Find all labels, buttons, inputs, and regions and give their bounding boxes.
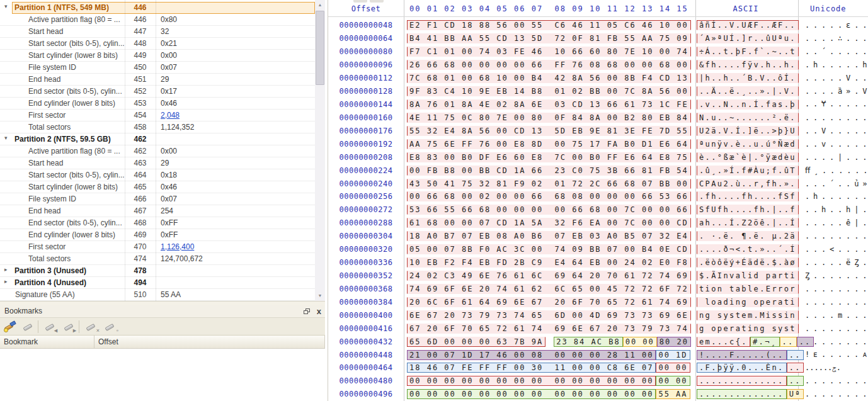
tree-row[interactable]: File system ID4500x07 — [0, 62, 315, 74]
unicode-cell[interactable]: ........ — [797, 232, 868, 240]
hex-bytes-segment[interactable]: 23 84 AC B8 — [554, 337, 622, 347]
unicode-cell[interactable]: ...<.... — [797, 245, 868, 254]
ascii-segment[interactable]: ..Ä..ë.¸..».|.V. — [697, 86, 799, 96]
unicode-cell[interactable]: .h.....h — [797, 60, 868, 69]
hex-bytes-segment[interactable]: 65 6D 00 00 00 63 7B 9A — [407, 337, 545, 347]
hex-bytes-segment[interactable]: 80 20 — [657, 337, 691, 347]
hex-bytes-segment[interactable]: 20 6C 6F 61 64 69 6E 67 20 6F 70 65 72 6… — [407, 297, 691, 307]
tree-row[interactable]: Active partition flag (80 = ...4460x80 — [0, 14, 315, 26]
tree-scrollbar[interactable]: ▲ ▼ — [315, 0, 325, 301]
ascii-segment[interactable]: CPAu2.ù..r,fh.». — [697, 179, 799, 189]
clear-bookmarks-icon[interactable]: × — [84, 320, 100, 334]
hex-bytes-segment[interactable]: 67 20 6F 70 65 72 61 74 69 6E 67 20 73 7… — [407, 324, 691, 334]
unicode-cell[interactable]: .h...... — [797, 192, 868, 201]
ascii-segment[interactable]: N.u..~......².ë. — [697, 113, 799, 123]
hex-bytes-segment[interactable]: 43 50 41 75 32 81 F9 02 01 72 2C 66 68 0… — [407, 179, 691, 189]
ascii-segment[interactable]: ªunÿv.è..u.ú°Ñæd — [697, 139, 799, 149]
hex-bytes-segment[interactable]: 05 00 07 8B F0 AC 3C 00 74 09 BB 07 00 B… — [407, 244, 691, 254]
tree-row[interactable]: Total sectors4581,124,352 — [0, 121, 315, 133]
ascii-segment[interactable]: !....F.....(.. — [697, 350, 787, 360]
unicode-cell[interactable]: ........ — [797, 390, 868, 398]
ascii-segment[interactable]: &fh....fÿv.h..h. — [697, 60, 799, 70]
hex-bytes-segment[interactable]: 10 EB F2 F4 EB FD 2B C9 E4 64 EB 00 24 0… — [407, 257, 691, 268]
hex-bytes-segment[interactable]: 61 68 00 00 07 CD 1A 5A 32 F6 EA 00 7C 0… — [407, 218, 691, 228]
hex-bytes-segment[interactable]: 21 00 07 1D 17 46 00 08 00 00 00 28 11 0… — [407, 350, 656, 360]
ascii-segment[interactable]: #.¬¸ — [750, 337, 780, 347]
unicode-cell[interactable]: .....V.. — [797, 74, 868, 82]
tree-row[interactable]: ▾Partition 1 (NTFS, 549 MB)446 — [0, 2, 315, 14]
hex-bytes-segment[interactable]: 18 A0 B7 07 EB 08 A0 B6 07 EB 03 A0 B5 0… — [407, 231, 691, 241]
sector-link[interactable]: 2,048 — [161, 111, 180, 120]
tree-row[interactable]: End head45129 — [0, 74, 315, 86]
ascii-segment[interactable]: .............. — [697, 389, 787, 399]
unicode-cell[interactable]: .....ëȤ. — [797, 258, 868, 267]
ascii-segment[interactable]: .û¸.»Í.f#Àu;f.ûT — [697, 166, 799, 176]
add-bookmark-icon[interactable] — [3, 320, 18, 334]
ascii-segment[interactable]: ng system.Missin — [697, 310, 799, 320]
next-bookmark-icon[interactable]: ► — [62, 320, 77, 334]
unicode-cell[interactable]: ....∴... — [797, 34, 868, 43]
ascii-segment[interactable]: U2ä.V.Í.]ë..>þ}U — [697, 126, 799, 136]
ascii-segment[interactable]: .F.þÿÿ.0...Èn. — [697, 363, 787, 373]
hex-bytes-segment[interactable]: 8A 76 01 8A 4E 02 8A 6E 03 CD 13 66 61 7… — [407, 99, 691, 110]
ascii-segment[interactable]: ah...Í.Z2öê.|..Í — [697, 218, 799, 228]
unicode-cell[interactable]: ........ — [797, 285, 868, 293]
tree-row[interactable]: ▸Partition 3 (Unused)478 — [0, 265, 315, 277]
unicode-cell[interactable]: ........ — [797, 337, 868, 346]
hex-bytes-segment[interactable]: E8 83 00 B0 DF E6 60 E8 7C 00 B0 FF E6 6… — [407, 152, 691, 162]
remove-bookmark-icon[interactable] — [21, 320, 37, 334]
unicode-cell[interactable]: ........ — [797, 113, 868, 122]
hex-bytes-segment[interactable]: 74 69 6F 6E 20 74 61 62 6C 65 00 45 72 7… — [407, 284, 691, 294]
hex-bytes-segment[interactable]: B4 41 BB AA 55 CD 13 5D 72 0F 81 FB 55 A… — [407, 33, 691, 43]
unicode-cell[interactable]: ...´..ủ» — [797, 179, 868, 188]
hex-bytes-segment[interactable]: 00 00 — [623, 337, 657, 347]
close-panel-icon[interactable]: x — [317, 305, 321, 317]
ascii-segment[interactable]: è..°ßæ`è|.°ÿædèu — [697, 152, 799, 162]
hex-bytes-segment[interactable]: 9F 83 C4 10 9E EB 14 B8 01 02 BB 00 7C 8… — [407, 86, 691, 96]
ascii-segment[interactable]: ....ð¬<.t.»..´.Í — [697, 244, 799, 254]
hex-bytes-segment[interactable]: 00 00 00 00 00 00 00 00 00 00 00 00 00 0… — [407, 376, 656, 386]
scroll-down-arrow[interactable]: ▼ — [315, 291, 325, 301]
unicode-cell[interactable]: ..V..... — [797, 127, 868, 135]
hex-bytes-segment[interactable]: 00 00 — [656, 376, 690, 386]
unicode-cell[interactable]: ..Ɏ..... — [797, 99, 868, 109]
tree-row[interactable]: End sector (bits 0-5), cylin...4680xFF — [0, 217, 315, 229]
ascii-segment[interactable]: .. — [780, 337, 797, 347]
ascii-segment[interactable]: SfUfh....fh.|..f — [697, 205, 799, 215]
ascii-segment[interactable]: .ëòôëý+Éädë.$.àø — [697, 257, 799, 268]
hex-bytes-segment[interactable]: 7C 68 01 00 68 10 00 B4 42 8A 56 00 8B F… — [407, 73, 691, 83]
hex-bytes-segment[interactable]: E2 F1 CD 18 88 56 00 55 C6 46 11 05 C6 4… — [407, 20, 691, 30]
unicode-cell[interactable]: ﬀ¸...... — [797, 166, 868, 175]
ascii-segment[interactable]: âñÍ..V.UÆF..ÆF.. — [697, 20, 799, 30]
hex-bytes-segment[interactable]: 00 00 — [656, 363, 690, 373]
bookmark-column-header[interactable]: Bookmark — [0, 336, 94, 349]
ascii-segment[interactable]: . ·.ë. ¶.ë. µ.2ä — [697, 231, 799, 241]
panel-splitter[interactable] — [0, 301, 325, 305]
unicode-cell[interactable]: ..h..h|. — [797, 205, 868, 214]
tree-row[interactable]: Start sector (bits 0-5), cylin...4640x18 — [0, 169, 315, 181]
unicode-cell[interactable]: ........ — [797, 376, 868, 385]
unicode-cell[interactable]: .....ԑ.. — [797, 21, 868, 30]
ascii-segment[interactable]: ÷Á..t.þF.f`.~..t — [697, 47, 799, 57]
hex-bytes-segment[interactable]: 6E 67 20 73 79 73 74 65 6D 00 4D 69 73 7… — [407, 310, 691, 320]
ascii-segment[interactable]: |h..h..´B.V..ôÍ. — [697, 73, 799, 83]
tree-row[interactable]: ▾Partition 2 (NTFS, 59.5 GB)462 — [0, 133, 315, 145]
tree-row[interactable]: Start head44732 — [0, 26, 315, 38]
hex-bytes-segment[interactable]: AA 75 6E FF 76 00 E8 8D 00 75 17 FA B0 D… — [407, 139, 691, 149]
unicode-cell[interactable]: ....|... — [797, 153, 868, 162]
tree-row[interactable]: End sector (bits 0-5), cylin...4520x17 — [0, 86, 315, 98]
tree-row[interactable]: Active partition flag (80 = ...4620x00 — [0, 145, 315, 157]
hex-bytes-segment[interactable]: 00 1D — [656, 350, 690, 360]
ascii-segment[interactable]: .fh....fh....fSf — [697, 191, 799, 201]
hex-bytes-segment[interactable]: 18 46 07 FE FF FF 00 30 11 00 00 C8 6E 0… — [407, 363, 656, 373]
tree-row[interactable]: End cylinder (lower 8 bits)4690xFF — [0, 229, 315, 241]
hex-bytes-segment[interactable]: 24 02 C3 49 6E 76 61 6C 69 64 20 70 61 7… — [407, 271, 691, 281]
hex-bytes-segment[interactable]: 55 AA — [656, 389, 690, 399]
scroll-up-arrow[interactable]: ▲ — [315, 0, 325, 10]
scroll-thumb[interactable] — [316, 11, 324, 85]
offset-column-header[interactable]: Offset — [94, 336, 325, 349]
unicode-cell[interactable]: Ȥ....... — [797, 271, 868, 280]
tree-row[interactable]: End head467254 — [0, 205, 315, 217]
bookmarks-list-empty[interactable] — [0, 349, 325, 401]
hex-bytes-segment[interactable]: 00 FB B8 00 BB CD 1A 66 23 C0 75 3B 66 8… — [407, 166, 691, 176]
